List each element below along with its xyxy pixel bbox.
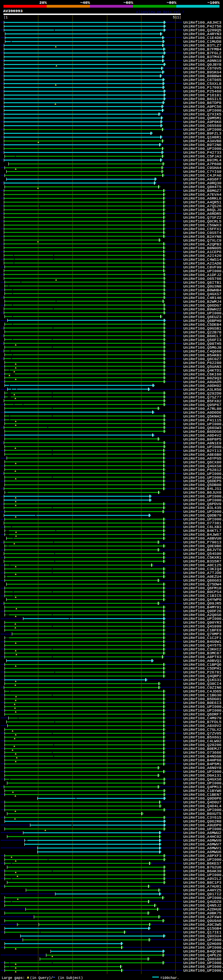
svg-text:=100char.: =100char. bbox=[160, 976, 179, 980]
svg-text:AV396993: AV396993 bbox=[3, 9, 22, 14]
svg-text:~80%: ~80% bbox=[167, 0, 176, 5]
svg-text:|1: |1 bbox=[3, 16, 8, 19]
svg-text:(in Query)/: (in Query)/ bbox=[30, 976, 53, 980]
svg-text:UniRef100_UPI000..: UniRef100_UPI000.. bbox=[183, 969, 223, 973]
svg-text:~40%: ~40% bbox=[80, 0, 90, 5]
svg-text:20%: 20% bbox=[39, 0, 47, 5]
svg-text:511|: 511| bbox=[173, 16, 181, 19]
svg-text:~100%: ~100% bbox=[207, 0, 220, 5]
svg-text:Large gaps:: Large gaps: bbox=[2, 976, 25, 980]
svg-text:~60%: ~60% bbox=[124, 0, 133, 5]
svg-text:(in Subject): (in Subject) bbox=[58, 976, 83, 980]
